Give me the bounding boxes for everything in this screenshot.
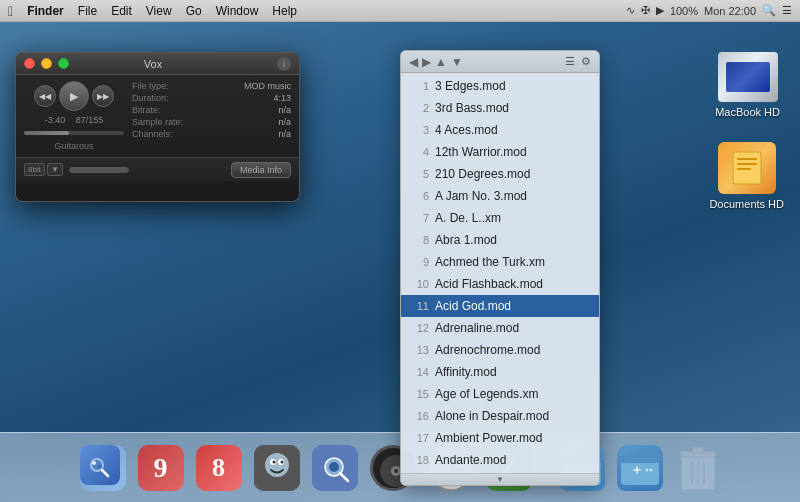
vox-body: ◀◀ ▶ ▶▶ -3:40 87/155 Guitarous File type… bbox=[16, 75, 299, 157]
media-info-button[interactable]: Media Info bbox=[231, 162, 291, 178]
playlist-item[interactable]: 5210 Degrees.mod bbox=[401, 163, 599, 185]
menu-help[interactable]: Help bbox=[272, 4, 297, 18]
nav-down[interactable]: ▼ bbox=[451, 55, 463, 69]
list-icon[interactable]: ☰ bbox=[782, 4, 792, 17]
macbook-hd-image bbox=[718, 52, 778, 102]
vox-controls: ◀◀ ▶ ▶▶ -3:40 87/155 Guitarous bbox=[24, 81, 124, 151]
wifi-icon[interactable]: ∿ bbox=[626, 4, 635, 17]
item-name: 210 Degrees.mod bbox=[435, 165, 530, 183]
svg-rect-2 bbox=[737, 163, 757, 165]
playlist-item[interactable]: 6A Jam No. 3.mod bbox=[401, 185, 599, 207]
playlist-item[interactable]: 16Alone in Despair.mod bbox=[401, 405, 599, 427]
item-number: 9 bbox=[409, 254, 429, 271]
file-type-row: File type: MOD music bbox=[132, 81, 291, 91]
item-name: Age of Legends.xm bbox=[435, 385, 538, 403]
playlist-header: ◀ ▶ ▲ ▼ ☰ ⚙ bbox=[401, 51, 599, 73]
playlist-item[interactable]: 8Abra 1.mod bbox=[401, 229, 599, 251]
eq-button-1[interactable]: 8bit bbox=[24, 163, 45, 176]
time-total: 87/155 bbox=[76, 115, 104, 125]
item-name: Abra 1.mod bbox=[435, 231, 497, 249]
nine-icon: 9 bbox=[138, 445, 184, 491]
item-name: Adrenochrome.mod bbox=[435, 341, 540, 359]
playlist-item[interactable]: 15Age of Legends.xm bbox=[401, 383, 599, 405]
item-name: Adrenaline.mod bbox=[435, 319, 519, 337]
file-type-key: File type: bbox=[132, 81, 169, 91]
playlist-list[interactable]: 13 Edges.mod23rd Bass.mod34 Aces.mod412t… bbox=[401, 73, 599, 473]
playlist-item[interactable]: 12Adrenaline.mod bbox=[401, 317, 599, 339]
item-name: Affinity.mod bbox=[435, 363, 497, 381]
vox-info-bar: 8bit ▼ Media Info bbox=[16, 157, 299, 181]
dock-item-trash[interactable] bbox=[672, 442, 724, 494]
close-button[interactable] bbox=[24, 58, 35, 69]
svg-point-31 bbox=[645, 468, 648, 471]
battery-icon: 100% bbox=[670, 5, 698, 17]
duration-key: Duration: bbox=[132, 93, 169, 103]
sample-rate-row: Sample rate: n/a bbox=[132, 117, 291, 127]
playlist-item[interactable]: 7A. De. L..xm bbox=[401, 207, 599, 229]
menu-file[interactable]: File bbox=[78, 4, 97, 18]
next-button[interactable]: ▶▶ bbox=[92, 85, 114, 107]
item-name: 4 Aces.mod bbox=[435, 121, 498, 139]
eq-slider[interactable] bbox=[69, 167, 129, 173]
dock-item-folder-game[interactable] bbox=[614, 442, 666, 494]
dock-item-finder-face[interactable] bbox=[251, 442, 303, 494]
prev-button[interactable]: ◀◀ bbox=[34, 85, 56, 107]
playlist-icon-2[interactable]: ⚙ bbox=[581, 55, 591, 68]
progress-fill bbox=[24, 131, 69, 135]
item-number: 6 bbox=[409, 188, 429, 205]
playlist-item[interactable]: 412th Warrior.mod bbox=[401, 141, 599, 163]
menu-window[interactable]: Window bbox=[216, 4, 259, 18]
menu-go[interactable]: Go bbox=[186, 4, 202, 18]
desktop: MacBook HD Documents HD Vox i ◀◀ bbox=[0, 22, 800, 480]
dock-item-eight[interactable]: 8 bbox=[193, 442, 245, 494]
eq-controls: 8bit ▼ bbox=[24, 163, 129, 176]
playlist-item[interactable]: 14Affinity.mod bbox=[401, 361, 599, 383]
volume-icon[interactable]: ▶ bbox=[656, 4, 664, 17]
playlist-item[interactable]: 18Andante.mod bbox=[401, 449, 599, 471]
apple-menu[interactable]:  bbox=[8, 3, 13, 19]
duration-row: Duration: 4:13 bbox=[132, 93, 291, 103]
vox-metadata: File type: MOD music Duration: 4:13 Bitr… bbox=[132, 81, 291, 151]
playlist-item[interactable]: 13 Edges.mod bbox=[401, 75, 599, 97]
item-name: Achmed the Turk.xm bbox=[435, 253, 545, 271]
finder2-icon bbox=[312, 445, 358, 491]
vox-window: Vox i ◀◀ ▶ ▶▶ -3:40 87/155 Guitarous bbox=[15, 52, 300, 202]
nav-back[interactable]: ◀ bbox=[409, 55, 418, 69]
item-number: 5 bbox=[409, 166, 429, 183]
menu-finder[interactable]: Finder bbox=[27, 4, 64, 18]
item-number: 15 bbox=[409, 386, 429, 403]
item-name: 12th Warrior.mod bbox=[435, 143, 527, 161]
menu-edit[interactable]: Edit bbox=[111, 4, 132, 18]
bluetooth-icon[interactable]: ✠ bbox=[641, 4, 650, 17]
desktop-icon-documents-hd[interactable]: Documents HD bbox=[709, 142, 784, 210]
playlist-item[interactable]: 9Achmed the Turk.xm bbox=[401, 251, 599, 273]
item-number: 4 bbox=[409, 144, 429, 161]
trash-icon bbox=[675, 445, 721, 491]
clock-display[interactable]: Mon 22:00 bbox=[704, 5, 756, 17]
dock-item-nine[interactable]: 9 bbox=[135, 442, 187, 494]
search-icon[interactable]: 🔍 bbox=[762, 4, 776, 17]
dock-item-finder[interactable] bbox=[77, 442, 129, 494]
play-button[interactable]: ▶ bbox=[59, 81, 89, 111]
desktop-icon-macbook-hd[interactable]: MacBook HD bbox=[715, 52, 780, 118]
vox-info-button[interactable]: i bbox=[277, 57, 291, 71]
playlist-item[interactable]: 17Ambient Power.mod bbox=[401, 427, 599, 449]
playlist-item[interactable]: 11Acid God.mod bbox=[401, 295, 599, 317]
playlist-item[interactable]: 23rd Bass.mod bbox=[401, 97, 599, 119]
item-name: Acid Flashback.mod bbox=[435, 275, 543, 293]
eq-button-2[interactable]: ▼ bbox=[47, 163, 63, 176]
nav-up[interactable]: ▲ bbox=[435, 55, 447, 69]
dock-item-finder2[interactable] bbox=[309, 442, 361, 494]
progress-bar[interactable] bbox=[24, 131, 124, 135]
playlist-item[interactable]: 34 Aces.mod bbox=[401, 119, 599, 141]
item-number: 14 bbox=[409, 364, 429, 381]
nav-forward[interactable]: ▶ bbox=[422, 55, 431, 69]
playlist-item[interactable]: 10Acid Flashback.mod bbox=[401, 273, 599, 295]
menu-view[interactable]: View bbox=[146, 4, 172, 18]
item-name: 3rd Bass.mod bbox=[435, 99, 509, 117]
finder-icon bbox=[80, 445, 126, 491]
playlist-icon-1[interactable]: ☰ bbox=[565, 55, 575, 68]
playlist-footer: ▼ bbox=[401, 473, 599, 485]
playlist-item[interactable]: 13Adrenochrome.mod bbox=[401, 339, 599, 361]
svg-point-23 bbox=[394, 469, 398, 473]
